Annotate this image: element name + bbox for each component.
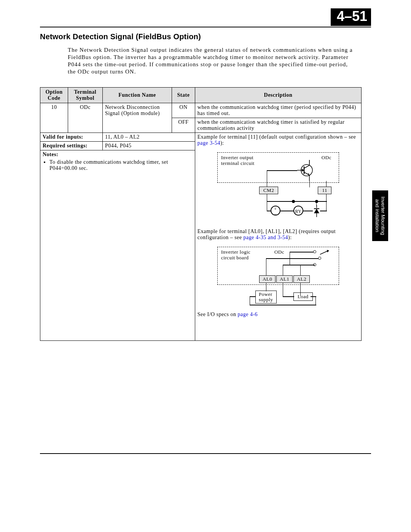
bottom-rule bbox=[40, 453, 371, 454]
table-row: Valid for inputs: 11, AL0 – AL2 Example … bbox=[40, 133, 362, 142]
top-rule bbox=[40, 27, 371, 27]
diagram-2: Inverter logiccircuit board ODc bbox=[213, 243, 343, 308]
svg-marker-10 bbox=[314, 209, 319, 213]
al0-terminal: AL0 bbox=[259, 275, 276, 283]
dc-source-icon: +– bbox=[271, 206, 280, 216]
contact-arrow-icon bbox=[320, 250, 331, 255]
diode-icon bbox=[312, 205, 321, 217]
cell-state-off: OFF bbox=[172, 118, 195, 133]
diagram-cell: Example for terminal [11] (default outpu… bbox=[195, 133, 361, 341]
relay-icon: RY bbox=[293, 206, 303, 216]
link-page-4-35-3-54[interactable]: page 4-35 and 3-54 bbox=[244, 235, 288, 240]
th-state: State bbox=[172, 88, 195, 103]
diagram-1: Inverter outputterminal circuit ODc bbox=[213, 149, 343, 225]
cell-valid-value: 11, AL0 – AL2 bbox=[102, 133, 195, 142]
cell-function-name: Network Disconnection Signal (Option mod… bbox=[102, 103, 172, 133]
al2-terminal: AL2 bbox=[293, 275, 310, 283]
page-number: 4–51 bbox=[331, 8, 371, 26]
th-function-name: Function Name bbox=[102, 88, 172, 103]
power-supply-box: Powersupply bbox=[255, 291, 277, 304]
section-title: Network Detection Signal (FieldBus Optio… bbox=[40, 32, 201, 41]
cell-terminal-symbol: ODc bbox=[68, 103, 102, 133]
al1-terminal: AL1 bbox=[276, 275, 293, 283]
signal-table: Option Code Terminal Symbol Function Nam… bbox=[40, 87, 362, 341]
link-page-4-6[interactable]: page 4-6 bbox=[238, 312, 258, 317]
th-terminal-symbol: Terminal Symbol bbox=[68, 88, 102, 103]
cell-desc-off: when the communication watchdog timer is… bbox=[195, 118, 361, 133]
notes-cell: Notes: To disable the communications wat… bbox=[40, 150, 195, 341]
cell-required-value: P044, P045 bbox=[102, 142, 195, 150]
cell-required-label: Required settings: bbox=[40, 142, 103, 150]
th-option-code: Option Code bbox=[40, 88, 68, 103]
t11-terminal: 11 bbox=[318, 187, 331, 194]
intro-paragraph: The Network Detection Signal output indi… bbox=[68, 46, 356, 75]
transistor-icon bbox=[297, 160, 316, 181]
side-tab: Inverter Mountingand installation bbox=[372, 190, 388, 241]
svg-line-2 bbox=[304, 165, 309, 168]
link-page-3-54[interactable]: page 3-54 bbox=[198, 140, 220, 146]
example1-text: Example for terminal [11] (default outpu… bbox=[198, 134, 356, 146]
table-row: 10 ODc Network Disconnection Signal (Opt… bbox=[40, 103, 362, 118]
example2-text: Example for terminal [AL0], [AL1], [AL2]… bbox=[198, 228, 336, 240]
cm2-terminal: CM2 bbox=[259, 187, 278, 194]
table-header-row: Option Code Terminal Symbol Function Nam… bbox=[40, 88, 362, 103]
cell-state-on: ON bbox=[172, 103, 195, 118]
cell-option-code: 10 bbox=[40, 103, 68, 133]
svg-marker-14 bbox=[327, 250, 329, 252]
cell-desc-on: when the communication watchdog timer (p… bbox=[195, 103, 361, 118]
cell-valid-label: Valid for inputs: bbox=[40, 133, 103, 142]
th-description: Description bbox=[195, 88, 361, 103]
load-box: Load bbox=[293, 292, 313, 301]
io-specs-text: See I/O specs on page 4-6 bbox=[198, 312, 258, 317]
